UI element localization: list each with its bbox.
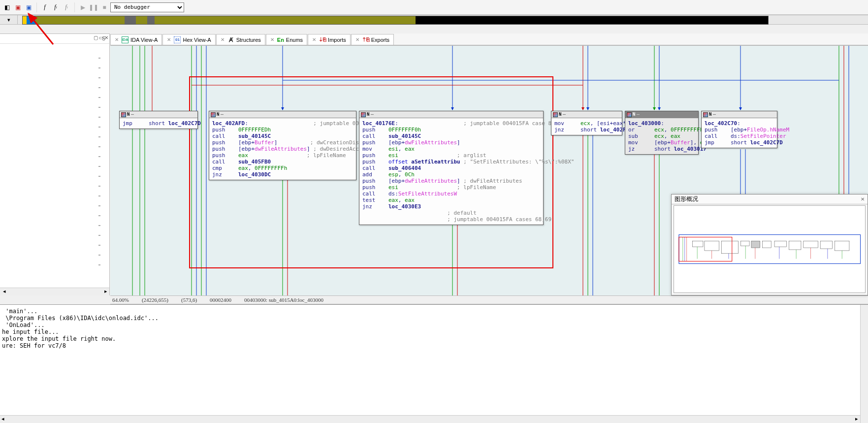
- view-tab-row: ✕IDAIDA View-A ✕01Hex View-A ✕ȺStructure…: [110, 33, 868, 45]
- node-icon: [703, 112, 708, 117]
- close-icon[interactable]: ✕: [115, 37, 119, 42]
- ida-icon: IDA: [122, 36, 129, 43]
- output-text: 'main'... \Program Files (x86)\IDA\idc\o…: [0, 305, 868, 352]
- output-vscroll[interactable]: [860, 305, 868, 423]
- tab-enums[interactable]: ✕EnEnums: [266, 34, 307, 45]
- output-hscroll[interactable]: ◂▸: [0, 415, 860, 423]
- side-panel: ▢ ▭ ✕ S ◂ ▸: [0, 33, 110, 295]
- panel-search-header: S: [0, 34, 109, 44]
- close-icon[interactable]: ✕: [221, 37, 225, 42]
- close-icon[interactable]: ✕: [355, 37, 359, 42]
- status-zoom: 64.00%: [112, 297, 129, 303]
- main-toolbar: ◧ ▣ ▣ f fi fi ▶ ❚❚ ■ No debugger: [0, 0, 868, 15]
- nav-color-strip[interactable]: [22, 16, 769, 25]
- run-btn[interactable]: ▶: [78, 2, 88, 12]
- graph-node-loc403000[interactable]: N ⸺ loc_403000: or ecx, 0FFFFFFFFh sub e…: [625, 111, 699, 155]
- node-body: loc_40176E: ; jumptable 004015FA case 8 …: [359, 118, 543, 225]
- tab-label: Exports: [371, 37, 389, 43]
- node-body: mov ecx, [esi+eax*4] jnz short loc_402FF…: [551, 118, 622, 135]
- close-icon[interactable]: ✕: [270, 37, 274, 42]
- status-address: 00403000: sub_4015A0:loc_403000: [244, 297, 323, 303]
- node-body: loc_402C70: push [ebp+FileOp.hNameM call…: [702, 118, 777, 148]
- tab-imports[interactable]: ✕⇣⎘Imports: [308, 34, 351, 45]
- graph-node-loc402afd[interactable]: N ⸺ loc_402AFD: ; jumptable 004015FA cas…: [209, 111, 356, 180]
- scroll-track: [98, 49, 103, 291]
- status-coord1: (24226,655): [142, 297, 168, 303]
- node-icon: [553, 112, 558, 117]
- svg-rect-20: [789, 241, 801, 250]
- panel-restore-icon[interactable]: ▢: [94, 35, 98, 40]
- overview-minimap: [678, 232, 861, 266]
- toolbar-btn-2[interactable]: ▣: [13, 2, 23, 12]
- separator: [74, 2, 75, 12]
- node-body: loc_402AFD: ; jumptable 004015FA case 55…: [209, 118, 356, 180]
- close-icon[interactable]: ✕: [167, 37, 171, 42]
- node-icon: [121, 112, 126, 117]
- node-icon: [211, 112, 216, 117]
- svg-rect-14: [705, 241, 719, 251]
- enum-icon: En: [277, 36, 284, 43]
- graph-node-jmp[interactable]: N ⸺ jmp short loc_402C7D: [119, 111, 198, 129]
- panel-window-controls: ▢ ▭ ✕: [94, 35, 108, 40]
- stop-btn[interactable]: ■: [99, 2, 109, 12]
- tab-hex-view[interactable]: ✕01Hex View-A: [162, 34, 215, 45]
- func-btn-3[interactable]: fi: [62, 2, 71, 12]
- pause-btn[interactable]: ❚❚: [89, 2, 98, 12]
- tab-ida-view[interactable]: ✕IDAIDA View-A: [110, 34, 162, 45]
- node-icon: [361, 112, 366, 117]
- svg-rect-15: [721, 241, 738, 253]
- panel-hscroll[interactable]: ◂ ▸: [0, 288, 109, 295]
- hex-icon: 01: [174, 36, 181, 43]
- svg-rect-18: [762, 241, 771, 248]
- overview-title-bar: 图形概况 ✕: [672, 195, 868, 204]
- panel-expand-icon[interactable]: ▭: [99, 35, 103, 40]
- tab-label: Structures: [236, 37, 261, 43]
- tab-label: Enums: [286, 37, 303, 43]
- node-body: jmp short loc_402C7D: [120, 118, 197, 129]
- toolbar-btn-1[interactable]: ◧: [2, 2, 12, 12]
- func-btn-1[interactable]: f: [40, 2, 50, 12]
- svg-rect-23: [835, 241, 849, 251]
- close-icon[interactable]: ✕: [312, 37, 316, 42]
- svg-rect-16: [740, 241, 749, 246]
- tab-label: Imports: [328, 37, 346, 43]
- svg-rect-17: [751, 241, 760, 248]
- overview-canvas[interactable]: [674, 205, 866, 293]
- status-offset: 00002400: [210, 297, 231, 303]
- separator: [36, 2, 37, 12]
- tab-label: IDA View-A: [130, 37, 158, 43]
- graph-node-loc40176e[interactable]: N ⸺ loc_40176E: ; jumptable 004015FA cas…: [359, 111, 544, 225]
- nav-dropdown[interactable]: ▾: [0, 15, 18, 24]
- tab-label: Hex View-A: [183, 37, 211, 43]
- overview-title: 图形概况: [675, 195, 698, 203]
- output-panel: 'main'... \Program Files (x86)\IDA\idc\o…: [0, 304, 868, 423]
- exports-icon: ⇡⎘: [362, 36, 369, 43]
- tab-exports[interactable]: ✕⇡⎘Exports: [351, 34, 394, 45]
- overview-close-icon[interactable]: ✕: [861, 196, 865, 202]
- graph-node-loc402c70[interactable]: N ⸺ loc_402C70: push [ebp+FileOp.hNameM …: [701, 111, 777, 148]
- status-bar: 64.00% (24226,655) (573,6) 00002400 0040…: [110, 295, 868, 304]
- toolbar-btn-3[interactable]: ▣: [24, 2, 33, 12]
- tab-structures[interactable]: ✕ȺStructures: [216, 34, 265, 45]
- func-btn-2[interactable]: fi: [51, 2, 61, 12]
- svg-rect-13: [692, 241, 703, 247]
- svg-rect-21: [804, 241, 818, 248]
- panel-close-icon[interactable]: ✕: [104, 35, 108, 40]
- node-icon: [627, 112, 632, 117]
- graph-overview-panel[interactable]: 图形概况 ✕: [671, 194, 868, 295]
- svg-rect-19: [774, 241, 787, 247]
- navigation-bar: ▾: [0, 15, 868, 25]
- struct-icon: Ⱥ: [227, 36, 234, 43]
- imports-icon: ⇣⎘: [319, 36, 326, 43]
- node-body: loc_403000: or ecx, 0FFFFFFFFh sub ecx, …: [625, 118, 698, 154]
- svg-rect-22: [820, 241, 833, 249]
- status-coord2: (573,6): [181, 297, 197, 303]
- graph-node-mov-ecx[interactable]: N ⸺ mov ecx, [esi+eax*4] jnz short loc_4…: [551, 111, 622, 135]
- debugger-select[interactable]: No debugger: [110, 2, 184, 12]
